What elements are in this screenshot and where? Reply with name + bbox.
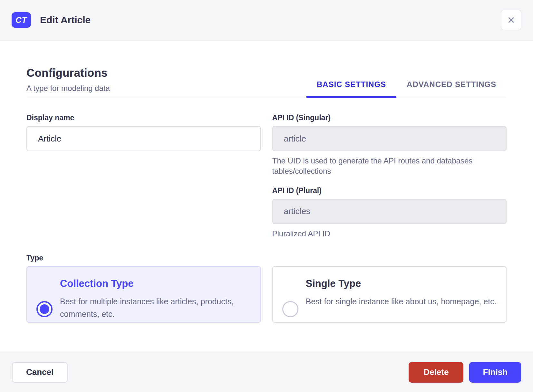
tab-advanced-settings[interactable]: ADVANCED SETTINGS [396,80,507,98]
radio-dot [40,304,49,314]
content-type-badge-icon: CT [12,12,31,28]
configuration-form: Display name API ID (Singular) The UID i… [26,113,507,239]
radio-dot [286,304,295,314]
type-cards: Collection Type Best for multiple instan… [26,266,507,323]
api-id-singular-input [272,126,507,151]
tab-basic-settings[interactable]: BASIC SETTINGS [306,80,396,98]
api-id-plural-field: API ID (Plural) Pluralized API ID [272,186,507,239]
single-type-title: Single Type [306,278,499,289]
single-type-description: Best for single instance like about us, … [306,295,499,308]
type-section: Type Collection Type Best for multiple i… [26,254,507,323]
api-id-singular-field: API ID (Singular) The UID is used to gen… [272,113,507,177]
display-name-field: Display name [26,113,261,151]
config-titles: Configurations A type for modeling data [26,66,306,97]
settings-tabs: BASIC SETTINGS ADVANCED SETTINGS [306,80,507,97]
collection-type-title: Collection Type [60,278,253,289]
collection-type-radio[interactable] [36,301,53,317]
modal-title: Edit Article [40,15,91,25]
modal-footer: Cancel Delete Finish [0,352,533,392]
footer-actions: Delete Finish [409,362,521,383]
close-button[interactable]: ✕ [501,10,521,30]
api-id-plural-hint: Pluralized API ID [272,229,507,239]
api-id-plural-input [272,199,507,224]
modal-header: CT Edit Article ✕ [0,0,533,41]
form-column-right: API ID (Singular) The UID is used to gen… [272,113,507,239]
page-title: Configurations [26,66,306,79]
type-label: Type [26,254,507,262]
collection-type-description: Best for multiple instances like article… [60,295,253,320]
finish-button[interactable]: Finish [469,362,521,383]
single-type-radio[interactable] [282,301,298,317]
cancel-button[interactable]: Cancel [12,362,68,383]
page-subtitle: A type for modeling data [26,84,306,93]
display-name-input[interactable] [26,126,261,151]
modal-body: Configurations A type for modeling data … [0,41,533,352]
display-name-label: Display name [26,113,261,122]
api-id-plural-label: API ID (Plural) [272,186,507,195]
collection-type-card[interactable]: Collection Type Best for multiple instan… [26,266,261,323]
api-id-singular-label: API ID (Singular) [272,113,507,122]
api-id-singular-hint: The UID is used to generate the API rout… [272,156,507,177]
form-column-left: Display name [26,113,261,239]
delete-button[interactable]: Delete [409,362,463,383]
single-type-card[interactable]: Single Type Best for single instance lik… [272,266,507,323]
config-header: Configurations A type for modeling data … [26,66,507,97]
close-icon: ✕ [507,15,515,26]
